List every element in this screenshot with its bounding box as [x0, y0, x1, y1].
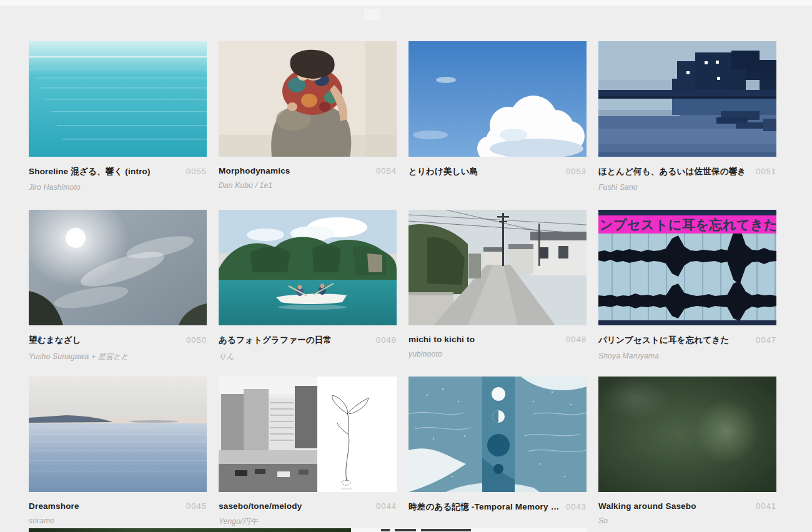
release-number: 0045 — [186, 501, 207, 511]
release-card-0054[interactable]: Morphodynamics 0054 Dan Kubo / 1e1 — [219, 41, 397, 190]
release-title: 望むまなざし — [29, 335, 181, 346]
release-card-0049[interactable]: あるフォトグラファーの日常 0049 りん — [219, 210, 397, 362]
bottom-edge-artwork-left — [29, 528, 351, 532]
cover-art-green-glow[interactable] — [598, 377, 776, 492]
release-card-0050[interactable]: 望むまなざし 0050 Yusho Sunagawa + 星宮とと — [29, 210, 207, 362]
release-card-0053[interactable]: とりわけ美しい島 0053 — [408, 41, 587, 183]
release-number: 0051 — [756, 167, 776, 176]
release-card-0055[interactable]: Shoreline 混ざる、響く (intro) 0055 Jiro Hashi… — [29, 41, 207, 192]
release-number: 0043 — [566, 502, 587, 511]
cover-art-shoreline-sea[interactable] — [29, 41, 207, 157]
cover-art-dusk-sea[interactable] — [29, 377, 207, 492]
release-title: ほとんど何も、あるいは佐世保の響き — [598, 166, 751, 177]
release-number: 0041 — [756, 501, 776, 511]
release-number: 0049 — [376, 335, 397, 345]
release-artist: Yengo/円午 — [219, 516, 397, 527]
release-number: 0054 — [376, 166, 397, 175]
release-artist: Fushi Sano — [598, 183, 776, 192]
release-number: 0047 — [756, 335, 776, 345]
bottom-edge-artwork-right — [351, 528, 587, 532]
release-card-0044[interactable]: sasebo/tone/melody 0044 Yengo/円午 — [219, 377, 397, 527]
release-number: 0044 — [376, 501, 397, 511]
release-number: 0048 — [566, 335, 587, 344]
release-title: Walking around Sasebo — [598, 501, 751, 511]
release-artist: Jiro Hashimoto — [29, 183, 207, 192]
bottom-edge-text-fragment — [395, 529, 416, 531]
top-bar — [0, 0, 812, 6]
release-title: sasebo/tone/melody — [219, 501, 371, 511]
cover-art-kayak-bay[interactable] — [219, 210, 397, 325]
release-number: 0053 — [566, 167, 587, 176]
bottom-edge-text-fragment — [421, 529, 471, 531]
release-card-0041[interactable]: Walking around Sasebo 0041 So — [598, 377, 776, 525]
cover-art-street-scene[interactable] — [408, 210, 587, 325]
release-card-0045[interactable]: Dreamshore 0045 sorame — [29, 377, 207, 525]
release-artist: Shoya Maruyama — [598, 352, 776, 360]
release-card-0051[interactable]: ほとんど何も、あるいは佐世保の響き 0051 Fushi Sano — [598, 41, 776, 192]
release-number: 0055 — [186, 167, 207, 176]
cover-art-sky-cloud[interactable] — [408, 41, 587, 157]
release-artist: Yusho Sunagawa + 星宮とと — [29, 352, 207, 362]
cover-art-pixel-city[interactable] — [598, 41, 776, 157]
cover-art-city-and-sketch[interactable] — [219, 377, 397, 492]
release-artist: りん — [219, 352, 397, 362]
release-card-0048[interactable]: michi to kichi to 0048 yubinooto — [408, 210, 587, 358]
release-title: パリンプセストに耳を忘れてきた — [598, 335, 751, 346]
release-title: Dreamshore — [29, 501, 181, 511]
release-title: Shoreline 混ざる、響く (intro) — [29, 166, 181, 177]
bottom-edge-text-fragment — [381, 529, 390, 531]
release-artist: sorame — [29, 516, 207, 525]
release-title: とりわけ美しい島 — [408, 166, 561, 177]
release-title: Morphodynamics — [219, 166, 371, 175]
waveform-clip-label: ンプセストに耳を忘れてきた — [600, 217, 776, 232]
release-title: あるフォトグラファーの日常 — [219, 335, 371, 346]
release-number: 0050 — [186, 335, 207, 345]
release-title: michi to kichi to — [408, 335, 561, 344]
site-logo[interactable] — [364, 9, 380, 20]
release-artist: yubinooto — [408, 350, 587, 358]
cover-art-blue-abstract[interactable] — [408, 377, 587, 492]
release-artist: So — [598, 516, 776, 525]
release-artist: Dan Kubo / 1e1 — [219, 181, 397, 190]
release-card-0043[interactable]: 時差のある記憶 -Temporal Memory Lay... 0043 — [408, 377, 587, 518]
release-title: 時差のある記憶 -Temporal Memory Lay... — [408, 501, 561, 513]
cover-art-portrait-crouching[interactable] — [219, 41, 397, 157]
cover-art-sun-halo-sky[interactable] — [29, 210, 207, 325]
cover-art-daw-waveform[interactable]: ンプセストに耳を忘れてきた — [598, 210, 776, 325]
release-card-0047[interactable]: ンプセストに耳を忘れてきた パリンプセストに耳を忘れてきた 0047 Shoya… — [598, 210, 776, 360]
